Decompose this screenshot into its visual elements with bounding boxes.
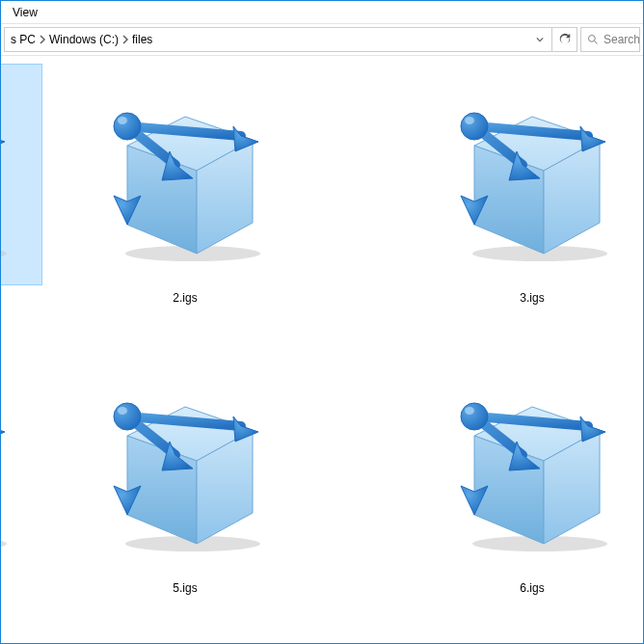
cad-file-icon (436, 368, 629, 561)
file-thumbnail (1, 354, 42, 576)
refresh-button[interactable] (552, 27, 577, 52)
file-thumbnail (1, 64, 42, 285)
file-item[interactable]: 1.igs (1, 64, 74, 354)
ribbon-tab-view[interactable]: View (1, 2, 49, 23)
breadcrumb-segment[interactable]: s PC (11, 33, 49, 46)
file-thumbnail (421, 64, 643, 285)
file-label: 3.igs (520, 291, 544, 305)
file-grid: 1.igs 2.igs 3.igs 4.igs (1, 56, 643, 643)
refresh-icon (558, 33, 572, 46)
cad-file-icon (436, 78, 629, 271)
cad-file-icon (89, 78, 282, 271)
file-label: 5.igs (173, 581, 197, 595)
chevron-right-icon[interactable] (121, 35, 130, 44)
file-explorer-window: View s PC Windows (C:) files (0, 0, 644, 644)
file-item[interactable]: 3.igs (296, 64, 643, 354)
file-thumbnail (74, 64, 296, 285)
search-icon (587, 34, 599, 45)
chevron-down-icon[interactable] (528, 36, 551, 43)
breadcrumb-label: files (132, 33, 152, 46)
chevron-right-icon[interactable] (38, 35, 47, 44)
search-input[interactable]: Search (580, 27, 640, 52)
breadcrumb-label: s PC (11, 33, 36, 46)
cad-file-icon (1, 78, 28, 271)
address-bar-row: s PC Windows (C:) files (1, 24, 643, 56)
breadcrumb-segment[interactable]: files (132, 33, 154, 46)
svg-point-12 (589, 36, 596, 42)
file-item[interactable]: 4.igs (1, 354, 74, 644)
cad-file-icon (1, 368, 28, 561)
file-item[interactable]: 6.igs (296, 354, 643, 644)
file-thumbnail (421, 354, 643, 576)
file-item[interactable]: 5.igs (74, 354, 296, 644)
breadcrumb-label: Windows (C:) (49, 33, 119, 46)
file-thumbnail (74, 354, 296, 576)
file-item[interactable]: 2.igs (74, 64, 296, 354)
svg-line-13 (595, 41, 598, 44)
breadcrumb[interactable]: s PC Windows (C:) files (4, 27, 552, 52)
file-label: 6.igs (520, 581, 544, 595)
ribbon-tabs: View (1, 1, 643, 24)
search-placeholder: Search (604, 33, 640, 46)
breadcrumb-segment[interactable]: Windows (C:) (49, 33, 132, 46)
cad-file-icon (89, 368, 282, 561)
file-label: 2.igs (173, 291, 197, 305)
